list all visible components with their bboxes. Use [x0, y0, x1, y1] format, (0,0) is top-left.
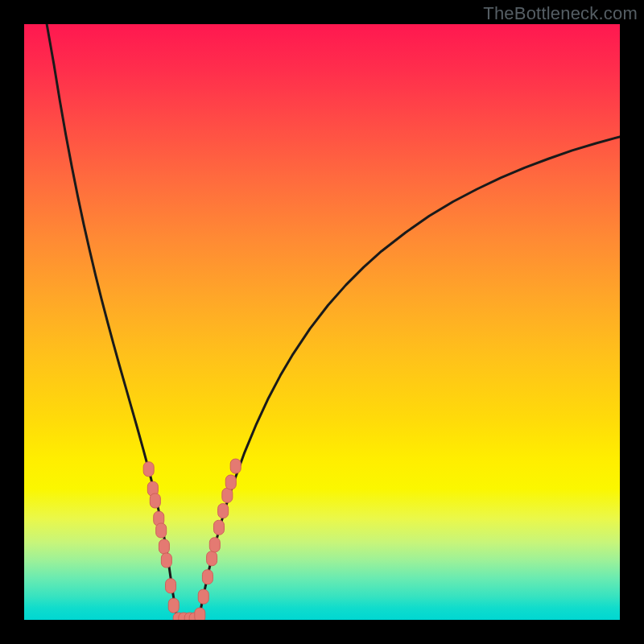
data-marker [230, 459, 241, 473]
data-marker [198, 589, 208, 604]
data-marker [209, 538, 220, 552]
data-marker [218, 504, 229, 518]
data-marker [168, 598, 179, 613]
data-marker [161, 553, 171, 568]
data-marker [166, 579, 176, 593]
data-marker [207, 551, 217, 566]
curve-lines [47, 24, 620, 620]
data-marker [150, 493, 160, 508]
data-marker [195, 608, 205, 620]
data-marker [222, 488, 233, 502]
data-marker [202, 570, 213, 584]
chart-frame: TheBottleneck.com [0, 0, 644, 644]
data-marker [225, 475, 236, 489]
data-marker [159, 539, 169, 554]
watermark-text: TheBottleneck.com [483, 3, 638, 24]
curve-markers [143, 459, 241, 620]
bottleneck-curve [47, 24, 620, 620]
chart-svg [24, 24, 620, 620]
data-marker [143, 462, 154, 477]
plot-area [24, 24, 620, 620]
data-marker [156, 523, 167, 538]
data-marker [213, 520, 224, 535]
